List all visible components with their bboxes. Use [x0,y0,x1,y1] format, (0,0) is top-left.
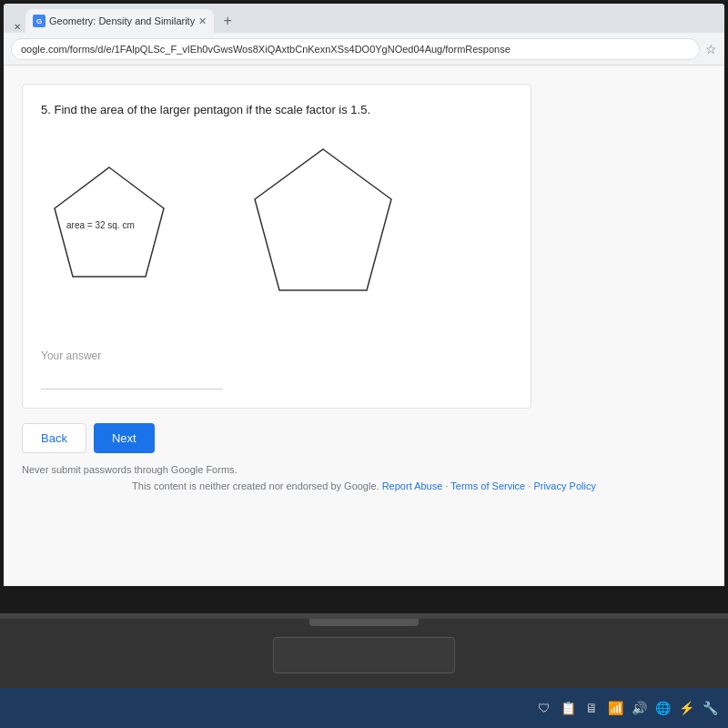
footer-warning: Never submit passwords through Google Fo… [22,464,706,475]
laptop-base [0,619,728,688]
new-tab-button[interactable]: + [216,9,239,33]
svg-marker-1 [255,149,391,290]
question-card: 5. Find the area of the larger pentagon … [22,84,531,409]
address-bar: oogle.com/forms/d/e/1FAlpQLSc_F_vIEh0vGw… [4,33,724,66]
small-pentagon-label: area = 32 sq. cm [66,220,135,230]
taskbar-display-icon: 🖥 [582,699,601,717]
laptop-trackpad[interactable] [273,637,455,673]
answer-input[interactable] [41,364,223,389]
small-pentagon-container: area = 32 sq. cm [41,158,177,304]
tab-favicon: G [33,15,46,27]
page-content: 5. Find the area of the larger pentagon … [4,66,724,586]
terms-link[interactable]: Terms of Service [450,480,525,491]
footer-disclaimer: This content is neither created nor endo… [132,480,379,491]
taskbar-power-icon: ⚡ [677,699,695,717]
nav-buttons: Back Next [22,423,706,453]
url-input[interactable]: oogle.com/forms/d/e/1FAlpQLSc_F_vIEh0vGw… [11,38,700,60]
question-text: 5. Find the area of the larger pentagon … [41,103,512,116]
privacy-link[interactable]: Privacy Policy [533,480,595,491]
taskbar-shield-icon: 🛡 [535,699,553,717]
taskbar-wifi-icon: 📶 [606,699,624,717]
tab-bar: ✕ G Geometry: Density and Similarity ✕ + [4,4,724,33]
browser-tab[interactable]: G Geometry: Density and Similarity ✕ [25,9,214,33]
answer-section: Your answer [41,349,512,389]
tab-close-x[interactable]: ✕ [11,20,24,33]
back-button[interactable]: Back [22,423,86,453]
report-abuse-link[interactable]: Report Abuse [382,480,443,491]
next-button[interactable]: Next [94,423,155,453]
bookmark-icon[interactable]: ☆ [705,42,717,56]
taskbar-network-icon: 🌐 [653,699,672,717]
laptop-hinge [309,619,419,626]
taskbar: 🛡 📋 🖥 📶 🔊 🌐 ⚡ 🔧 [0,688,728,728]
large-pentagon-container [232,140,414,322]
taskbar-settings-icon[interactable]: 🔧 [701,699,719,717]
small-pentagon-svg [41,158,177,304]
tab-label: Geometry: Density and Similarity [49,15,195,26]
footer-links: This content is neither created nor endo… [22,480,706,491]
large-pentagon-svg [232,140,414,322]
taskbar-volume-icon: 🔊 [630,699,648,717]
browser-chrome: ✕ G Geometry: Density and Similarity ✕ +… [4,4,724,586]
taskbar-clipboard-icon: 📋 [559,699,577,717]
laptop-screen: ✕ G Geometry: Density and Similarity ✕ +… [0,0,728,619]
answer-label: Your answer [41,349,512,362]
tab-close-icon[interactable]: ✕ [198,15,207,27]
diagrams-area: area = 32 sq. cm [41,131,512,331]
